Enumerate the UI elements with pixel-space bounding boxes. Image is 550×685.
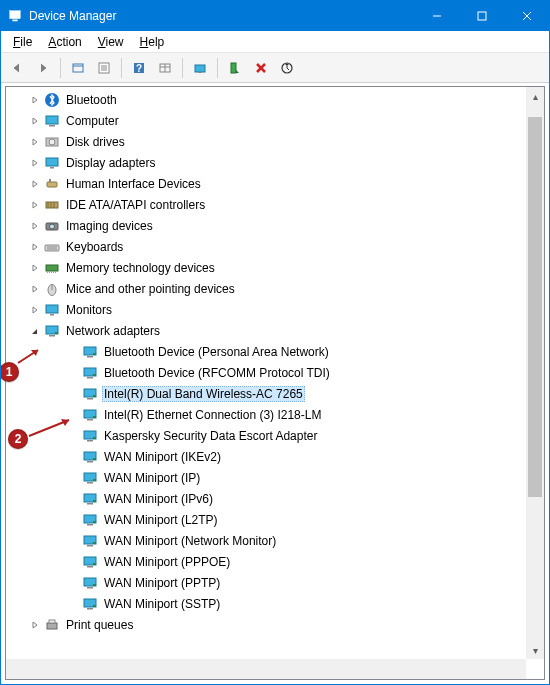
expand-icon[interactable]	[28, 240, 42, 254]
svg-rect-70	[87, 461, 93, 463]
tree-category[interactable]: Imaging devices	[6, 215, 526, 236]
gridview-button[interactable]	[153, 56, 177, 80]
expand-icon[interactable]	[28, 114, 42, 128]
tree-device[interactable]: WAN Miniport (L2TP)	[6, 509, 526, 530]
properties-button[interactable]	[92, 56, 116, 80]
svg-rect-52	[49, 335, 55, 337]
tree-device[interactable]: WAN Miniport (SSTP)	[6, 593, 526, 614]
tree-device-label: WAN Miniport (L2TP)	[102, 512, 220, 528]
svg-rect-86	[93, 563, 96, 565]
maximize-button[interactable]	[459, 1, 504, 31]
expand-icon[interactable]	[28, 198, 42, 212]
svg-rect-0	[10, 11, 21, 19]
expand-icon[interactable]	[28, 618, 42, 632]
svg-rect-44	[51, 271, 52, 273]
netcard-icon	[82, 470, 98, 486]
menu-help[interactable]: Help	[132, 33, 173, 51]
tree-device[interactable]: WAN Miniport (Network Monitor)	[6, 530, 526, 551]
tree-device[interactable]: WAN Miniport (IP)	[6, 467, 526, 488]
svg-rect-1	[12, 20, 17, 22]
tree-category[interactable]: Memory technology devices	[6, 257, 526, 278]
help-button[interactable]: ?	[127, 56, 151, 80]
device-tree[interactable]: BluetoothComputerDisk drivesDisplay adap…	[6, 87, 526, 659]
tree-category-label: Imaging devices	[64, 218, 155, 234]
netcard-icon	[82, 428, 98, 444]
tree-category-label: Human Interface Devices	[64, 176, 203, 192]
tree-device[interactable]: Bluetooth Device (RFCOMM Protocol TDI)	[6, 362, 526, 383]
tree-device[interactable]: WAN Miniport (IPv6)	[6, 488, 526, 509]
tree-device[interactable]: WAN Miniport (IKEv2)	[6, 446, 526, 467]
svg-rect-91	[87, 608, 93, 610]
tree-category[interactable]: Monitors	[6, 299, 526, 320]
toolbar: ?	[1, 53, 549, 83]
tree-category-label: Monitors	[64, 302, 114, 318]
svg-rect-74	[93, 479, 96, 481]
scroll-down-icon[interactable]: ▾	[526, 641, 544, 659]
close-button[interactable]	[504, 1, 549, 31]
svg-rect-76	[87, 503, 93, 505]
enable-device-button[interactable]	[223, 56, 247, 80]
update-driver-button[interactable]	[188, 56, 212, 80]
svg-rect-18	[198, 72, 202, 73]
tree-device[interactable]: Bluetooth Device (Personal Area Network)	[6, 341, 526, 362]
tree-category[interactable]: Disk drives	[6, 131, 526, 152]
collapse-icon[interactable]	[28, 324, 42, 338]
nav-back-button[interactable]	[5, 56, 29, 80]
netcard-icon	[82, 533, 98, 549]
menu-view[interactable]: View	[90, 33, 132, 51]
tree-category[interactable]: Bluetooth	[6, 89, 526, 110]
show-hidden-button[interactable]	[66, 56, 90, 80]
uninstall-device-button[interactable]	[249, 56, 273, 80]
netcard-icon	[82, 554, 98, 570]
bluetooth-icon	[44, 92, 60, 108]
expand-icon[interactable]	[28, 282, 42, 296]
tree-category-label: Bluetooth	[64, 92, 119, 108]
menu-file[interactable]: File	[5, 33, 40, 51]
tree-device-label: WAN Miniport (PPTP)	[102, 575, 222, 591]
tree-category[interactable]: Keyboards	[6, 236, 526, 257]
horizontal-scrollbar[interactable]	[6, 659, 526, 679]
tree-category-label: Computer	[64, 113, 121, 129]
tree-category-label: Keyboards	[64, 239, 125, 255]
tree-device[interactable]: Intel(R) Dual Band Wireless-AC 7265	[6, 383, 526, 404]
expand-icon[interactable]	[28, 303, 42, 317]
tree-category[interactable]: Display adapters	[6, 152, 526, 173]
tree-category[interactable]: Human Interface Devices	[6, 173, 526, 194]
tree-category[interactable]: Network adapters	[6, 320, 526, 341]
tree-device-label: WAN Miniport (SSTP)	[102, 596, 222, 612]
tree-device[interactable]: WAN Miniport (PPTP)	[6, 572, 526, 593]
tree-category-label: Network adapters	[64, 323, 162, 339]
tree-category[interactable]: Print queues	[6, 614, 526, 635]
expand-icon[interactable]	[28, 93, 42, 107]
expand-icon[interactable]	[28, 156, 42, 170]
toolbar-separator	[217, 58, 218, 78]
netcard-icon	[82, 365, 98, 381]
app-icon	[7, 8, 23, 24]
toolbar-separator	[182, 58, 183, 78]
expand-icon[interactable]	[28, 177, 42, 191]
tree-device[interactable]: Kaspersky Security Data Escort Adapter	[6, 425, 526, 446]
tree-device[interactable]: Intel(R) Ethernet Connection (3) I218-LM	[6, 404, 526, 425]
tree-category[interactable]: Mice and other pointing devices	[6, 278, 526, 299]
vertical-scrollbar[interactable]: ▴ ▾	[526, 87, 544, 659]
scan-hardware-button[interactable]	[275, 56, 299, 80]
minimize-button[interactable]	[414, 1, 459, 31]
svg-rect-6	[73, 64, 83, 72]
scroll-thumb[interactable]	[528, 117, 542, 497]
svg-rect-50	[50, 314, 54, 316]
network-icon	[44, 323, 60, 339]
tree-category[interactable]: Computer	[6, 110, 526, 131]
expand-icon[interactable]	[28, 135, 42, 149]
scroll-up-icon[interactable]: ▴	[526, 87, 544, 105]
svg-rect-93	[47, 623, 57, 629]
menu-action[interactable]: Action	[40, 33, 89, 51]
svg-rect-64	[87, 419, 93, 421]
expand-icon[interactable]	[28, 261, 42, 275]
svg-rect-58	[87, 377, 93, 379]
tree-category[interactable]: IDE ATA/ATAPI controllers	[6, 194, 526, 215]
nav-forward-button[interactable]	[31, 56, 55, 80]
expand-icon[interactable]	[28, 219, 42, 233]
tree-category-label: Memory technology devices	[64, 260, 217, 276]
tree-device[interactable]: WAN Miniport (PPPOE)	[6, 551, 526, 572]
netcard-icon	[82, 344, 98, 360]
